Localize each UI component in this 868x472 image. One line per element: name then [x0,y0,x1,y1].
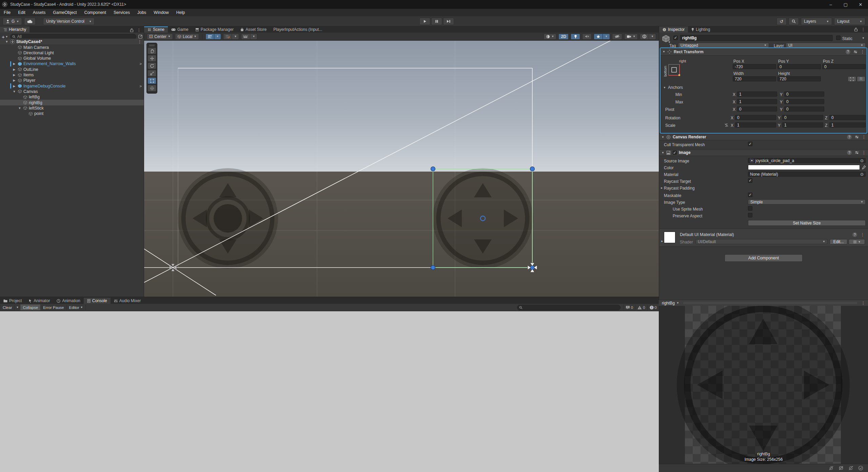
scale-z-field[interactable]: 1 [829,122,866,127]
kebab-menu-icon[interactable]: ⋮ [861,27,865,32]
help-icon[interactable]: ? [847,135,852,139]
foldout-collapsed-icon[interactable]: ▶ [12,79,16,82]
tab-audio-mixer[interactable]: Audio Mixer [111,298,144,304]
raw-edit-mode-button[interactable]: R [857,76,865,82]
version-control-button[interactable]: Unity Version Control▼ [43,18,95,25]
maskable-checkbox[interactable]: ✓ [748,193,752,197]
link-broken-icon[interactable] [724,123,729,127]
kebab-menu-icon[interactable]: ⋮ [137,28,141,33]
scale-x-field[interactable]: 1 [735,122,776,127]
scene-gizmo-button[interactable] [640,34,649,40]
move-tool-button[interactable] [147,55,156,62]
hierarchy-item-Player[interactable]: ▶Player [0,78,144,83]
hierarchy-item-Main Camera[interactable]: Main Camera [0,44,144,50]
hierarchy-item-Global Volume[interactable]: Global Volume [0,56,144,61]
material-list-button[interactable]: ▼ [849,239,865,244]
presets-icon[interactable] [853,50,857,54]
console-info-filter[interactable]: !0 [623,304,635,310]
hierarchy-item-point[interactable]: point [0,111,144,117]
foldout-collapsed-icon[interactable]: ▼ [660,187,663,190]
image-component-header[interactable]: ▼ ✓ Image ? ⋮ [659,149,868,156]
tab-lighting[interactable]: Lighting [688,26,713,33]
foldout-expanded-icon[interactable]: ▼ [662,136,664,139]
foldout-collapsed-icon[interactable]: ▶ [12,84,16,88]
view-tool-button[interactable] [147,47,156,54]
set-native-size-button[interactable]: Set Native Size [748,220,866,226]
hierarchy-item-Items[interactable]: ▶Items [0,72,144,78]
debugger-detached-icon[interactable] [829,466,834,471]
corner-handle-tl[interactable] [431,167,435,171]
cache-layers-icon[interactable] [839,466,844,471]
help-icon[interactable]: ? [852,232,857,237]
close-button[interactable]: ✕ [853,0,868,9]
undo-history-button[interactable]: ↺ [776,18,787,25]
rotation-z-field[interactable]: 0 [829,115,866,120]
tab-animation[interactable]: Animation [53,298,83,304]
scene-effects-dropdown[interactable]: ▼ [603,34,610,40]
add-component-button[interactable]: Add Component [725,254,803,262]
scene-effects-toggle[interactable] [594,34,603,40]
width-field[interactable]: 720 [733,76,776,81]
material-swatch[interactable] [664,232,675,243]
kebab-menu-icon[interactable]: ⋮ [861,301,865,306]
tab-asset-store[interactable]: Asset Store [237,26,270,33]
shader-dropdown[interactable]: UI/Default▼ [695,239,828,244]
2d-toggle[interactable]: 2D [558,34,569,40]
scene-lighting-toggle[interactable] [571,34,580,40]
tab-playerinputactions-input[interactable]: PlayerInputActions (Input... [270,26,326,33]
auto-refresh-off-icon[interactable] [848,466,853,471]
scale-tool-button[interactable] [147,70,156,77]
material-field[interactable]: None (Material)⊙ [748,172,866,177]
menu-item-services[interactable]: Services [110,10,134,15]
increment-snap-dropdown[interactable]: ▼ [232,34,239,40]
pos-x-field[interactable]: -720 [733,64,776,69]
pos-y-field[interactable]: 0 [777,64,821,69]
minimize-button[interactable]: – [823,0,838,9]
prefab-open-chevron[interactable]: > [140,62,142,66]
tab-console[interactable]: Console [84,298,111,304]
hierarchy-item-rightBg[interactable]: rightBg [0,100,144,105]
anchor-max-y-field[interactable]: 0 [784,99,824,104]
compile-status-icon[interactable] [858,466,863,471]
scale-y-field[interactable]: 1 [782,122,823,127]
anchor-min-y-field[interactable]: 0 [784,92,824,97]
menu-item-component[interactable]: Component [80,10,110,15]
console-error-pause-toggle[interactable]: Error Pause [41,304,66,310]
increment-snap-toggle[interactable] [223,34,232,40]
hierarchy-scene-row[interactable]: ▼ StudyCase4* ⋮ [0,39,144,44]
console-clear-button[interactable]: Clear [0,304,15,310]
console-warning-filter[interactable]: !0 [635,304,647,310]
hierarchy-item-Environment_Narrow_Walls[interactable]: ▶Environment_Narrow_Walls> [0,61,144,67]
scene-visibility-toggle[interactable] [612,34,622,40]
foldout-expanded-icon[interactable]: ▼ [18,106,22,110]
hierarchy-item-IngameDebugConsole[interactable]: ▶IngameDebugConsole> [0,83,144,89]
eyedropper-icon[interactable] [862,165,866,170]
prefab-open-chevron[interactable]: > [140,84,142,88]
rotation-x-field[interactable]: 0 [735,115,776,120]
console-editor-dropdown[interactable]: Editor ▼ [67,304,86,310]
preserve-aspect-checkbox[interactable] [748,213,752,217]
active-checkbox[interactable]: ✓ [673,36,678,40]
hierarchy-item-Directional Light[interactable]: Directional Light [0,50,144,56]
pos-z-field[interactable]: 0 [822,64,866,69]
object-picker-icon[interactable]: ⊙ [860,172,864,177]
console-error-filter[interactable]: !0 [647,304,659,310]
foldout-collapsed-icon[interactable]: ▶ [12,62,16,65]
overlay-drag-handle[interactable] [147,44,156,47]
chevron-down-icon[interactable]: ▼ [676,301,679,304]
tab-scene[interactable]: Scene [144,26,168,33]
tab-project[interactable]: Project [0,298,25,304]
image-type-dropdown[interactable]: Simple▼ [748,199,866,204]
tool-handle-position-dropdown[interactable]: Center▼ [147,34,173,40]
tab-inspector[interactable]: iInspector [659,26,688,33]
preview-drag-handle[interactable] [683,302,857,304]
measure-tool-dropdown[interactable]: ▼ [250,34,257,40]
cloud-button[interactable] [24,18,36,25]
left-joystick-pad[interactable] [178,168,278,269]
hierarchy-item-leftBg[interactable]: leftBg [0,94,144,100]
blueprint-mode-button[interactable] [848,76,856,82]
menu-item-assets[interactable]: Assets [29,10,50,15]
scene-audio-toggle[interactable] [582,34,592,40]
lock-icon[interactable] [130,28,134,32]
static-checkbox[interactable] [836,36,841,40]
